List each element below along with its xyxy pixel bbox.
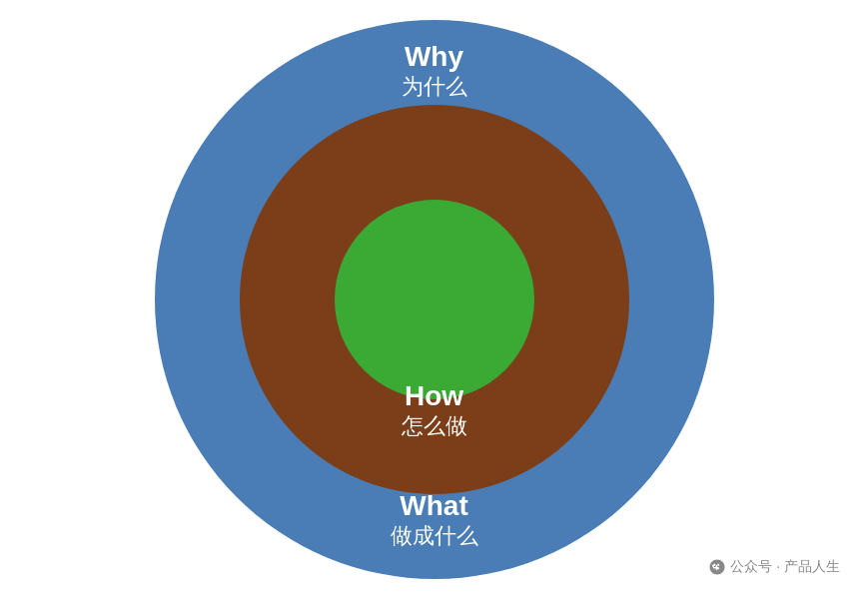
what-label-en: What (391, 489, 478, 523)
circle-inner (335, 200, 534, 399)
label-what: What 做成什么 (391, 489, 478, 551)
wechat-icon (708, 558, 726, 576)
what-label-zh: 做成什么 (391, 522, 478, 551)
diagram-container: Why 为什么 How 怎么做 What 做成什么 公众号 · 产品人生 (0, 0, 868, 598)
watermark-text: 公众号 · 产品人生 (730, 558, 840, 576)
watermark: 公众号 · 产品人生 (708, 558, 840, 576)
